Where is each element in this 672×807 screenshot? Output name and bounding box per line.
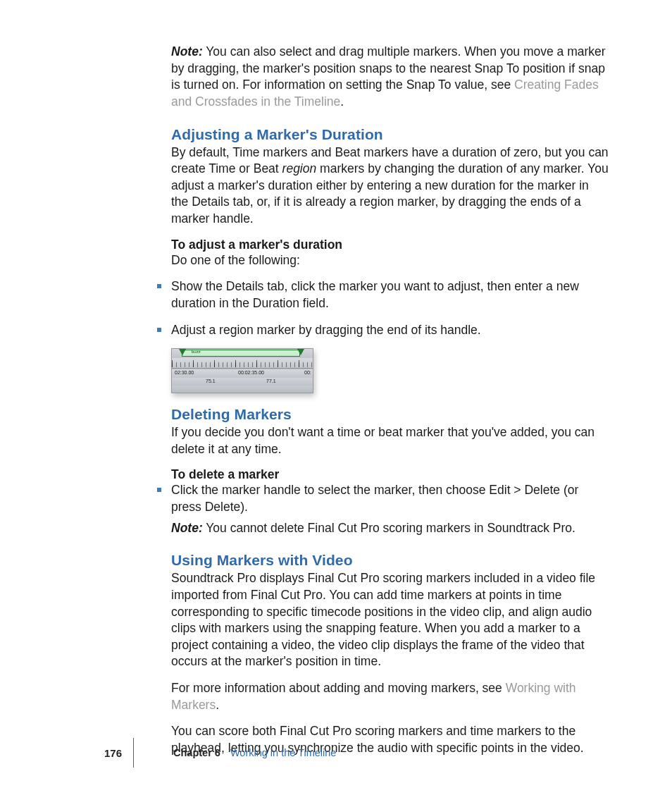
- chapter-title: Working in the Timeline: [230, 747, 336, 758]
- region-marker-label: buzz: [192, 350, 201, 354]
- sec3-para2a: For more information about adding and mo…: [171, 681, 506, 695]
- document-page: Note: You can also select and drag multi…: [0, 0, 672, 807]
- list-item: Show the Details tab, click the marker y…: [157, 278, 609, 312]
- chapter-label: Chapter 6: [173, 747, 220, 758]
- timecode-label: 02:30.00: [175, 370, 194, 375]
- beat-label: 75.1: [206, 378, 216, 383]
- note-paragraph: Note: You can also select and drag multi…: [171, 44, 609, 111]
- page-number: 176: [104, 747, 130, 759]
- sec1-paragraph: By default, Time markers and Beat marker…: [171, 144, 609, 228]
- delete-bullet-text: Click the marker handle to select the ma…: [171, 483, 578, 514]
- list-item: Adjust a region marker by dragging the e…: [157, 322, 609, 339]
- beat-label: 77.1: [266, 378, 276, 383]
- ruler-major-ticks: [172, 358, 313, 368]
- timecode-label: 00:: [304, 370, 311, 375]
- delete-note-text: You cannot delete Final Cut Pro scoring …: [206, 521, 575, 535]
- sec3-para2: For more information about adding and mo…: [171, 680, 609, 713]
- sec3-para2b: .: [216, 698, 219, 712]
- subtext-do-one: Do one of the following:: [171, 252, 609, 269]
- footer-divider: [133, 738, 134, 768]
- sec2-paragraph: If you decide you don't want a time or b…: [171, 424, 609, 457]
- delete-note: Note: You cannot delete Final Cut Pro sc…: [171, 520, 609, 537]
- sec3-para1: Soundtrack Pro displays Final Cut Pro sc…: [171, 570, 609, 670]
- note-label: Note:: [171, 44, 203, 58]
- marker-handle-icon: [179, 349, 186, 355]
- timeline-bottom-row: [172, 386, 313, 393]
- subhead-adjust-duration: To adjust a marker's duration: [171, 238, 609, 252]
- heading-adjusting-duration: Adjusting a Marker's Duration: [171, 126, 609, 143]
- marker-handle-icon: [297, 349, 304, 355]
- bullet-list-adjust: Show the Details tab, click the marker y…: [171, 278, 609, 338]
- timeline-marker-row: buzz: [172, 349, 313, 359]
- subhead-delete-marker: To delete a marker: [171, 467, 609, 482]
- timeline-figure: buzz 02:30.00 00:02:35.00 00: 75.1 77.1: [171, 348, 313, 393]
- note-text-b: .: [340, 94, 344, 109]
- list-item: Click the marker handle to select the ma…: [157, 482, 609, 536]
- bullet-list-delete: Click the marker handle to select the ma…: [171, 482, 609, 536]
- timeline-ruler: [172, 358, 313, 369]
- heading-deleting-markers: Deleting Markers: [171, 406, 609, 423]
- sec1-para-italic: region: [282, 161, 317, 175]
- heading-using-markers-video: Using Markers with Video: [171, 552, 609, 569]
- page-footer: 176 Chapter 6 Working in the Timeline: [0, 738, 672, 768]
- note-label: Note:: [171, 521, 203, 535]
- timecode-label: 00:02:35.00: [238, 370, 264, 375]
